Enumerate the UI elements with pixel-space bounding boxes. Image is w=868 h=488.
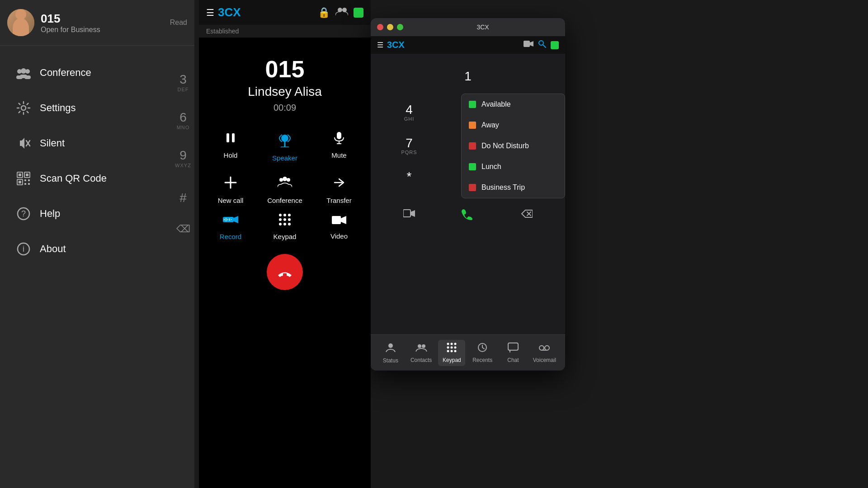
window-header-right xyxy=(524,40,559,50)
svg-point-33 xyxy=(279,178,283,182)
svg-point-63 xyxy=(422,344,425,348)
record-icon xyxy=(223,213,238,229)
user-extension: 015 xyxy=(41,12,170,26)
bnav-chat[interactable]: Chat xyxy=(500,340,527,366)
transfer-button[interactable]: Transfer xyxy=(321,175,357,204)
window-title: 3CX xyxy=(407,23,559,31)
svg-rect-43 xyxy=(229,218,230,221)
svg-point-62 xyxy=(418,344,421,348)
status-away[interactable]: Away xyxy=(462,115,565,136)
svg-rect-16 xyxy=(28,179,30,181)
window-maximize-button[interactable] xyxy=(397,24,403,30)
conference-label: Conference xyxy=(40,67,91,79)
transfer-icon xyxy=(332,175,346,193)
dial-key-6[interactable]: 6 MNO xyxy=(177,110,190,130)
window-search-icon[interactable] xyxy=(538,40,546,50)
status-lunch[interactable]: Lunch xyxy=(462,156,565,177)
phone-logo-text: 3CX xyxy=(218,5,241,19)
lunch-label: Lunch xyxy=(481,163,501,171)
silent-label: Silent xyxy=(40,137,65,149)
help-icon: ? xyxy=(14,205,33,223)
dpad-key-7[interactable]: 7 PQRS xyxy=(380,130,439,163)
window-video-icon[interactable] xyxy=(524,40,533,50)
sidebar-item-about[interactable]: i About xyxy=(4,232,191,266)
conference-icon xyxy=(278,175,292,193)
dial-backspace[interactable]: ⌫ xyxy=(176,223,190,235)
users-icon xyxy=(335,6,348,19)
svg-rect-12 xyxy=(26,174,28,176)
dpad-call-button[interactable] xyxy=(439,200,497,227)
dpad-backspace-button[interactable] xyxy=(497,200,556,227)
svg-text:?: ? xyxy=(21,209,26,218)
scan-qr-icon xyxy=(14,169,33,188)
bnav-recents[interactable]: Recents xyxy=(469,340,496,366)
mute-label: Mute xyxy=(331,151,346,159)
available-dot xyxy=(469,101,476,108)
svg-point-70 xyxy=(447,350,449,352)
header-info: 015 Open for Business xyxy=(41,12,170,34)
window-minimize-button[interactable] xyxy=(387,24,393,30)
bnav-contacts[interactable]: Contacts xyxy=(408,340,435,366)
phone-header: ☰ 3CX 🔒 xyxy=(199,0,371,25)
svg-point-67 xyxy=(447,346,449,348)
speaker-label: Speaker xyxy=(272,154,297,162)
bnav-voicemail[interactable]: Voicemail xyxy=(530,340,559,366)
away-dot xyxy=(469,122,476,129)
record-button[interactable]: Record xyxy=(212,213,249,240)
dial-key-hash[interactable]: # xyxy=(179,186,187,205)
dial-key-3[interactable]: 3 DEF xyxy=(178,72,189,92)
dial-key-9[interactable]: 9 WXYZ xyxy=(175,148,191,168)
dpad-key-4[interactable]: 4 GHI xyxy=(380,96,439,130)
call-controls-row2: New call Conference Transfer xyxy=(199,171,371,209)
svg-rect-10 xyxy=(19,174,21,176)
svg-rect-26 xyxy=(232,133,235,142)
dpad-key-star[interactable]: * xyxy=(380,163,439,197)
svg-point-49 xyxy=(283,218,286,221)
video-button[interactable]: Video xyxy=(321,213,357,240)
phone-header-icons: 🔒 xyxy=(318,6,363,19)
svg-point-46 xyxy=(283,214,286,216)
hangup-button[interactable] xyxy=(267,254,303,290)
user-status: Open for Business xyxy=(41,26,170,34)
mute-button[interactable]: Mute xyxy=(321,131,357,162)
call-controls-row1: Hold Speaker xyxy=(199,122,371,171)
business-trip-label: Business Trip xyxy=(481,183,525,192)
away-label: Away xyxy=(481,121,499,129)
keypad-nav-icon xyxy=(447,343,457,355)
window-close-button[interactable] xyxy=(377,24,383,30)
svg-point-72 xyxy=(454,350,457,352)
status-dnd[interactable]: Do Not Disturb xyxy=(462,136,565,156)
svg-line-57 xyxy=(543,45,546,47)
svg-point-27 xyxy=(281,135,288,142)
conference-button[interactable]: Conference xyxy=(267,175,303,204)
bnav-keypad[interactable]: Keypad xyxy=(438,340,465,366)
speaker-icon xyxy=(277,131,293,150)
dpad-key-1[interactable]: 1 xyxy=(439,63,497,96)
svg-rect-5 xyxy=(20,75,27,78)
sidebar-header: 015 Open for Business Read xyxy=(0,0,194,46)
help-label: Help xyxy=(40,208,60,220)
window-titlebar: 3CX xyxy=(371,18,565,36)
hamburger-menu-icon[interactable]: ☰ xyxy=(206,7,214,18)
chat-nav-label: Chat xyxy=(507,357,519,363)
about-label: About xyxy=(40,243,66,255)
bnav-status[interactable]: Status xyxy=(377,339,404,366)
svg-point-68 xyxy=(451,346,453,348)
speaker-button[interactable]: Speaker xyxy=(267,131,303,162)
recents-nav-icon xyxy=(477,343,487,355)
phone-logo: ☰ 3CX xyxy=(206,5,241,19)
status-business-trip[interactable]: Business Trip xyxy=(462,177,565,198)
new-call-button[interactable]: New call xyxy=(212,175,249,204)
svg-rect-44 xyxy=(231,219,232,220)
call-info: 015 Lindsey Alisa 00:09 xyxy=(199,38,371,122)
call-duration: 00:09 xyxy=(274,103,296,113)
window-hamburger-icon[interactable]: ☰ xyxy=(377,41,383,49)
status-available[interactable]: Available xyxy=(462,94,565,115)
hold-button[interactable]: Hold xyxy=(212,131,249,162)
status-dropdown-menu: Available Away Do Not Disturb Lunch Busi… xyxy=(461,94,565,198)
keypad-label: Keypad xyxy=(274,233,297,240)
svg-point-50 xyxy=(288,218,291,221)
keypad-button[interactable]: Keypad xyxy=(267,213,303,240)
dpad-video-button[interactable] xyxy=(380,200,439,227)
new-call-label: New call xyxy=(218,197,244,204)
